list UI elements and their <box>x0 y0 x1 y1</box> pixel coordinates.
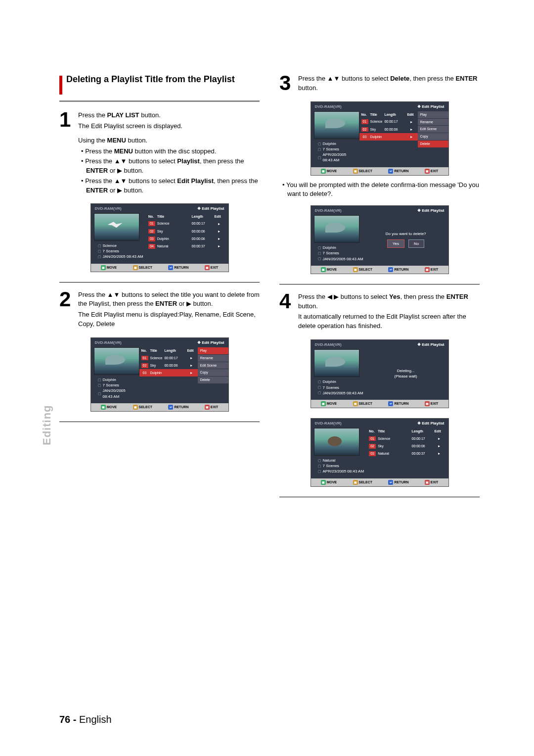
step1-bullet: Press the ▲▼ buttons to select Edit Play… <box>81 177 260 195</box>
no-button[interactable]: No <box>408 239 424 248</box>
step1-line2: The Edit Playlist screen is displayed. <box>78 122 260 131</box>
step-number: 4 <box>279 292 293 310</box>
thumbnail <box>314 215 359 243</box>
list-row: 02Sky00:00:06▸ <box>359 126 418 133</box>
osd-screenshot-2: DVD-RAM(VR) ❖ Edit Playlist Dolphin 7 Sc… <box>90 337 229 412</box>
step2-line2: The Edit Playlist menu is displayed:Play… <box>78 310 260 329</box>
menu-option[interactable]: Edit Scene <box>198 362 228 369</box>
status-text: (Please wait) <box>395 374 417 379</box>
step2-line1: Press the ▲▼ buttons to select the title… <box>78 290 260 309</box>
thumbnail <box>94 347 139 375</box>
confirm-question: Do you want to delete? <box>386 231 426 236</box>
step-number: 2 <box>59 290 73 308</box>
list-row: 01Science00:00:17▸ <box>146 220 225 228</box>
menu-option[interactable]: Edit Scene <box>418 126 448 133</box>
step4-line2: It automatically returned to the Edit Pl… <box>298 312 480 331</box>
heading-accent-bar <box>59 76 62 94</box>
menu-option[interactable]: Delete <box>198 377 228 383</box>
page-footer: 76 - English <box>59 712 112 726</box>
yes-button[interactable]: Yes <box>387 239 404 248</box>
list-row: 01Science00:00:17▸ <box>139 354 198 362</box>
list-row: 03Dolphin00:00:06▸ <box>146 235 225 242</box>
list-row: 02Sky00:00:06▸ <box>146 228 225 235</box>
step4-line1: Press the ◀ ▶ buttons to select Yes, the… <box>298 292 480 311</box>
menu-option[interactable]: Copy <box>418 133 448 140</box>
menu-option[interactable]: Rename <box>418 119 448 126</box>
side-tab: Editing <box>40 405 55 445</box>
list-row: 04Natural00:00:37▸ <box>146 242 225 250</box>
step1-bullet: Press the MENU button with the disc stop… <box>81 147 260 156</box>
step3-note: You will be prompted with the delete con… <box>282 181 480 198</box>
section-divider <box>279 284 480 284</box>
menu-option[interactable]: Play <box>418 111 448 118</box>
list-row: 03Natural00:00:37▸ <box>367 450 445 457</box>
section-divider <box>279 497 480 497</box>
osd-footer: ▣MOVE ▣SELECT ↩RETURN ▣EXIT <box>91 264 228 272</box>
osd-screenshot-5: DVD-RAM(VR) ❖ Edit Playlist Dolphin 7 Sc… <box>311 339 449 408</box>
section-divider <box>59 282 260 283</box>
section-heading: Deleting a Playlist Title from the Playl… <box>66 74 235 85</box>
section-divider <box>59 422 260 422</box>
thumbnail <box>314 349 359 377</box>
list-row: 03Dolphin▸ <box>139 369 198 377</box>
step3-line1: Press the ▲▼ buttons to select Delete, t… <box>298 74 480 93</box>
menu-option[interactable]: Delete <box>418 141 448 147</box>
step1-line1: Press the PLAY LIST button. <box>78 111 260 120</box>
step-number: 3 <box>279 74 293 92</box>
heading-rule <box>59 100 260 102</box>
osd-screenshot-6: DVD-RAM(VR) ❖ Edit Playlist Natural 7 Sc… <box>311 418 449 487</box>
thumbnail <box>314 428 359 456</box>
list-row: 03Dolphin▸ <box>359 133 418 141</box>
step-number: 1 <box>59 111 73 129</box>
osd-screenshot-1: DVD-RAM(VR) ❖ Edit Playlist Science 7 Sc… <box>90 203 229 272</box>
thumbnail <box>94 213 139 241</box>
list-row: 01Science00:00:17▸ <box>367 435 445 442</box>
step1-bullet: Press the ▲▼ buttons to select Playlist,… <box>81 157 260 176</box>
menu-option[interactable]: Play <box>198 347 228 354</box>
status-text: Deleting... <box>397 368 415 374</box>
menu-option[interactable]: Copy <box>198 369 228 376</box>
osd-screenshot-3: DVD-RAM(VR) ❖ Edit Playlist Dolphin 7 Sc… <box>311 101 449 176</box>
osd-screenshot-4: DVD-RAM(VR) ❖ Edit Playlist Dolphin 7 Sc… <box>311 205 449 274</box>
thumbnail <box>314 111 359 139</box>
list-row: 02Sky00:00:06▸ <box>367 442 445 450</box>
using-menu: Using the MENU button. <box>78 136 260 145</box>
menu-option[interactable]: Rename <box>198 355 228 362</box>
list-row: 02Sky00:00:06▸ <box>139 362 198 369</box>
list-row: 01Science00:00:17▸ <box>359 118 418 126</box>
